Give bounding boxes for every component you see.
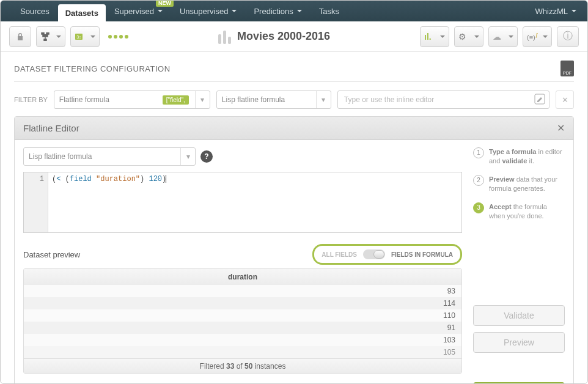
preview-cell: 110 bbox=[24, 309, 461, 322]
viz-menu-button[interactable]: ıl. bbox=[420, 26, 449, 47]
info-icon: ⓘ bbox=[563, 30, 573, 43]
nav-supervised[interactable]: Supervised NEW bbox=[106, 1, 171, 21]
help-icon[interactable]: ? bbox=[200, 150, 213, 163]
caret-icon bbox=[56, 35, 61, 38]
stack-icon: 3↕ bbox=[75, 32, 84, 41]
code-gutter: 1 bbox=[24, 172, 48, 232]
preview-button[interactable]: Preview bbox=[473, 332, 565, 353]
edit-icon[interactable] bbox=[534, 94, 545, 106]
nav-unsupervised-label: Unsupervised bbox=[180, 7, 229, 16]
syntax-value: Lisp flatline formula bbox=[222, 95, 285, 104]
close-icon: ✕ bbox=[562, 95, 568, 105]
caret-icon bbox=[90, 35, 95, 38]
nav-datasets[interactable]: Datasets bbox=[58, 4, 106, 21]
preview-table: duration 93 114 110 91 103 105 Fil bbox=[23, 268, 462, 374]
filter-type-value: Flatline formula bbox=[59, 95, 109, 104]
nav-whizzml-label: WhizzML bbox=[535, 7, 568, 16]
filter-by-label: FILTER BY bbox=[14, 96, 48, 103]
syntax-dropdown[interactable]: Lisp flatline formula ▾ bbox=[216, 90, 331, 109]
editor-syntax-value: Lisp flatline formula bbox=[29, 152, 92, 161]
step-number: 3 bbox=[473, 202, 484, 213]
chevron-down-icon: ▾ bbox=[316, 91, 331, 108]
histogram-icon bbox=[218, 29, 231, 44]
editor-syntax-dropdown[interactable]: Lisp flatline formula ▾ bbox=[23, 147, 196, 166]
privacy-lock-button[interactable] bbox=[9, 26, 31, 47]
config-header-row: DATASET FILTERING CONFIGURATION bbox=[14, 61, 574, 82]
toggle-all-fields-label: ALL FIELDS bbox=[322, 251, 357, 258]
script-button[interactable]: 3↕ bbox=[70, 26, 100, 47]
editor-title: Flatline Editor bbox=[23, 123, 557, 133]
workflow-button[interactable] bbox=[36, 26, 65, 47]
preview-cell: 91 bbox=[24, 322, 461, 334]
flow-icon bbox=[40, 32, 50, 41]
top-nav: Sources Datasets Supervised NEW Unsuperv… bbox=[1, 1, 587, 21]
pdf-export-icon[interactable] bbox=[560, 61, 574, 76]
caret-icon bbox=[440, 35, 445, 38]
code-editor[interactable]: 1 (< (field "duration") 120) bbox=[23, 172, 462, 233]
caret-icon bbox=[543, 35, 548, 38]
progress-dots bbox=[108, 35, 128, 39]
formula-tag: ["field", bbox=[163, 95, 189, 105]
preview-column-header[interactable]: duration bbox=[24, 269, 461, 285]
toggle-formula-fields-label: FIELDS IN FORMULA bbox=[391, 251, 453, 258]
inline-editor-placeholder: Type or use the inline editor bbox=[344, 95, 434, 104]
step-3: 3 Accept the formula when you're done. bbox=[473, 202, 565, 221]
inline-editor-input[interactable]: Type or use the inline editor bbox=[337, 90, 549, 109]
preview-title: Dataset preview bbox=[23, 250, 80, 259]
caret-icon bbox=[232, 10, 237, 12]
filter-type-dropdown[interactable]: Flatline formula ["field", ▾ bbox=[54, 90, 210, 109]
step-2: 2 Preview data that your formula generat… bbox=[473, 175, 565, 194]
function-menu-button[interactable]: (≡)ƒ bbox=[523, 26, 552, 47]
fields-toggle-highlight: ALL FIELDS FIELDS IN FORMULA bbox=[312, 244, 462, 265]
validate-button[interactable]: Validate bbox=[473, 305, 565, 326]
cloud-menu-button[interactable]: ☁ bbox=[488, 26, 518, 47]
dataset-toolbar: 3↕ Movies 2000-2016 ıl. ⚙ ☁ (≡)ƒ ⓘ bbox=[1, 21, 587, 52]
caret-icon bbox=[297, 10, 302, 12]
editor-steps: 1 Type a formula in editor and validate … bbox=[473, 147, 565, 221]
caret-icon bbox=[474, 35, 479, 38]
bars-icon: ıl. bbox=[424, 32, 432, 42]
flatline-editor-panel: Flatline Editor ✕ Lisp flatline formula … bbox=[14, 116, 574, 384]
preview-footer: Filtered 33 of 50 instances bbox=[24, 358, 461, 373]
preview-cell: 105 bbox=[24, 346, 461, 358]
code-line: (< (field "duration") 120) bbox=[48, 172, 170, 232]
nav-tasks[interactable]: Tasks bbox=[311, 1, 348, 21]
info-button[interactable]: ⓘ bbox=[557, 26, 579, 47]
config-header: DATASET FILTERING CONFIGURATION bbox=[14, 64, 171, 73]
fields-toggle[interactable] bbox=[363, 249, 385, 259]
step-1: 1 Type a formula in editor and validate … bbox=[473, 147, 565, 166]
caret-icon bbox=[571, 10, 576, 12]
step-number: 2 bbox=[473, 175, 484, 186]
filter-row: FILTER BY Flatline formula ["field", ▾ L… bbox=[14, 90, 574, 109]
step-number: 1 bbox=[473, 147, 484, 158]
close-editor-button[interactable]: ✕ bbox=[557, 122, 565, 134]
clear-filter-button[interactable]: ✕ bbox=[556, 90, 574, 109]
preview-cell: 114 bbox=[24, 297, 461, 309]
nav-sources[interactable]: Sources bbox=[12, 1, 58, 21]
gear-icon: ⚙ bbox=[458, 32, 466, 42]
lock-icon bbox=[17, 32, 24, 41]
chevron-down-icon: ▾ bbox=[195, 91, 210, 108]
nav-supervised-label: Supervised bbox=[114, 7, 154, 16]
settings-menu-button[interactable]: ⚙ bbox=[454, 26, 483, 47]
preview-cell: 93 bbox=[24, 285, 461, 297]
svg-text:3↕: 3↕ bbox=[76, 35, 81, 39]
app-window: Sources Datasets Supervised NEW Unsuperv… bbox=[0, 0, 588, 384]
caret-icon bbox=[158, 10, 163, 12]
toggle-knob bbox=[373, 250, 384, 259]
dataset-title: Movies 2000-2016 bbox=[237, 30, 330, 43]
nav-predictions[interactable]: Predictions bbox=[245, 1, 310, 21]
nav-whizzml[interactable]: WhizzML bbox=[535, 7, 576, 16]
caret-icon bbox=[509, 35, 513, 38]
nav-predictions-label: Predictions bbox=[254, 7, 293, 16]
preview-cell: 103 bbox=[24, 334, 461, 346]
function-icon: (≡)ƒ bbox=[527, 32, 538, 41]
nav-unsupervised[interactable]: Unsupervised bbox=[171, 1, 246, 21]
chevron-down-icon: ▾ bbox=[180, 148, 195, 165]
cloud-icon: ☁ bbox=[493, 32, 501, 42]
